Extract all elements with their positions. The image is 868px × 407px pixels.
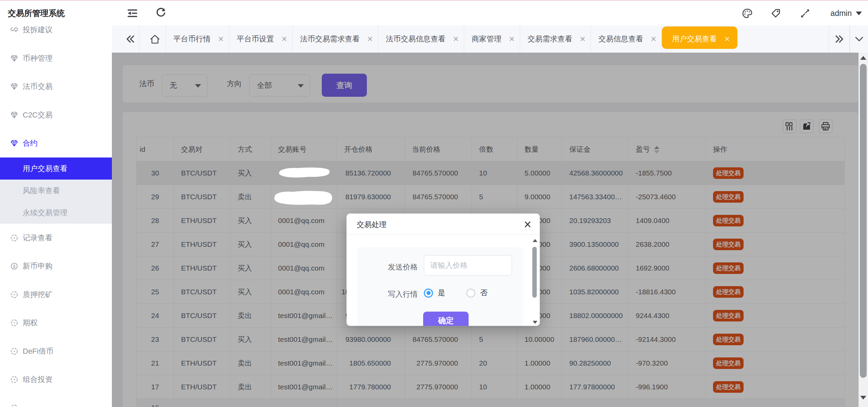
tab-label: 交易需求查看 — [528, 34, 572, 44]
coin-icon — [11, 376, 18, 383]
home-tab-icon[interactable] — [139, 25, 166, 53]
tab-4[interactable]: 法币交易信息查看× — [378, 25, 464, 53]
radio-yes-label: 是 — [438, 288, 445, 298]
sidebar-item[interactable]: 记录查看 — [0, 224, 112, 252]
sidebar-item-label: 质押挖矿 — [23, 290, 53, 300]
radio-yes[interactable] — [424, 289, 433, 298]
tab-close-icon[interactable]: × — [724, 36, 730, 42]
tabs-scroll-right-button[interactable] — [829, 25, 850, 53]
tab-label: 商家管理 — [472, 34, 501, 44]
tab-3[interactable]: 法币交易需求查看× — [293, 25, 378, 53]
tabs-scroll-left-button[interactable] — [112, 25, 139, 53]
sidebar-item[interactable]: C2C交易 — [0, 101, 112, 129]
tag-icon[interactable] — [769, 1, 783, 25]
sidebar-subitem[interactable]: 永续交易管理 — [0, 202, 112, 224]
contract-submenu: 用户交易查看风险率查看永续交易管理 — [0, 158, 112, 224]
tab-close-icon[interactable]: × — [453, 36, 459, 42]
tab-8-active[interactable]: 用户交易查看× — [662, 25, 737, 53]
tab-close-icon[interactable]: × — [580, 36, 586, 42]
coin-icon — [11, 348, 18, 355]
dollar-coin-icon — [11, 262, 18, 270]
sidebar-subitem-label: 用户交易查看 — [23, 164, 67, 174]
sidebar-subitem-selected[interactable]: 用户交易查看 — [0, 158, 112, 180]
sidebar-item[interactable]: 期权 — [0, 309, 112, 337]
tab-label: 用户交易查看 — [672, 34, 717, 44]
app-title: 交易所管理系统 — [8, 1, 65, 25]
coin-icon — [11, 404, 18, 407]
scroll-up-arrow-icon[interactable] — [860, 56, 866, 60]
app-header: 交易所管理系统 admin — [0, 1, 868, 25]
progress-bar — [0, 0, 868, 1]
gem-icon — [11, 140, 18, 147]
user-name: admin — [830, 9, 852, 18]
radio-no[interactable] — [466, 289, 475, 298]
sidebar-item[interactable]: 投拆建议 — [0, 25, 112, 44]
gem-icon — [11, 83, 18, 90]
tabs-more-button[interactable] — [850, 25, 868, 53]
write-quote-label: 写入行情 — [347, 289, 418, 299]
sidebar-item[interactable] — [0, 394, 112, 407]
dialog-title: 交易处理 — [357, 220, 387, 230]
tab-close-icon[interactable]: × — [218, 36, 224, 42]
sidebar-item[interactable]: 法币交易 — [0, 73, 112, 101]
sidebar-item[interactable]: 组合投资 — [0, 366, 112, 394]
tab-label: 平台币行情 — [173, 34, 211, 44]
redaction-scribble — [275, 166, 332, 180]
tab-6[interactable]: 交易需求查看× — [520, 25, 591, 53]
collapse-sidebar-icon[interactable] — [125, 1, 139, 25]
tab-bar: 平台币行情×平台币设置×法币交易需求查看×法币交易信息查看×商家管理×交易需求查… — [112, 25, 868, 53]
gem-icon — [11, 111, 18, 119]
tab-label: 法币交易信息查看 — [386, 34, 446, 44]
sidebar-item[interactable]: 币种管理 — [0, 44, 112, 73]
price-input[interactable] — [424, 255, 512, 276]
sidebar-subitem-label: 风险率查看 — [23, 186, 60, 196]
dialog-scrollbar-thumb[interactable] — [532, 247, 537, 298]
palette-icon[interactable] — [741, 1, 754, 25]
sidebar-item-label: 币种管理 — [23, 53, 53, 63]
sidebar-item-label: 合约 — [23, 138, 38, 148]
sidebar-item-label: 期权 — [23, 318, 38, 328]
tab-label: 交易信息查看 — [598, 34, 643, 44]
sidebar-item-label: 法币交易 — [23, 81, 53, 92]
tab-5[interactable]: 商家管理× — [464, 25, 520, 53]
scroll-down-arrow-icon[interactable] — [860, 396, 866, 400]
sidebar-item[interactable]: 质押挖矿 — [0, 280, 112, 309]
tab-close-icon[interactable]: × — [651, 36, 656, 42]
sidebar-item[interactable]: 新币申购 — [0, 252, 112, 281]
sidebar-subitem[interactable]: 风险率查看 — [0, 180, 112, 202]
tab-2[interactable]: 平台币设置× — [229, 25, 293, 53]
tab-close-icon[interactable]: × — [509, 36, 515, 42]
dialog-divider — [347, 234, 540, 235]
dialog-scrollbar[interactable] — [531, 238, 539, 325]
radio-no-label: 否 — [480, 288, 488, 298]
link-icon — [11, 26, 18, 34]
sidebar: 投拆建议币种管理法币交易C2C交易合约用户交易查看风险率查看永续交易管理记录查看… — [0, 25, 112, 407]
sidebar-item-label: DeFi借币 — [23, 346, 53, 356]
sidebar-subitem-label: 永续交易管理 — [23, 208, 67, 218]
sidebar-item-label: 组合投资 — [23, 374, 53, 385]
gem-icon — [11, 55, 18, 62]
coin-icon — [11, 319, 18, 327]
confirm-button[interactable]: 确定 — [423, 312, 469, 326]
sidebar-item-label: 记录查看 — [23, 233, 53, 243]
tab-close-icon[interactable]: × — [281, 36, 287, 42]
sidebar-item[interactable]: 合约 — [0, 129, 112, 158]
scroll-up-arrow-icon[interactable] — [533, 239, 537, 242]
refresh-icon[interactable] — [154, 1, 167, 25]
scroll-down-arrow-icon[interactable] — [533, 321, 537, 324]
tab-label: 法币交易需求查看 — [300, 34, 360, 44]
coin-icon — [11, 234, 18, 242]
page-scrollbar-thumb[interactable] — [860, 64, 867, 378]
fullscreen-icon[interactable] — [798, 1, 812, 25]
sidebar-item[interactable]: DeFi借币 — [0, 337, 112, 366]
coin-icon — [11, 291, 18, 298]
tab-1[interactable]: 平台币行情× — [166, 25, 229, 53]
price-label: 发送价格 — [347, 262, 418, 272]
tab-close-icon[interactable]: × — [367, 36, 373, 42]
page-scrollbar[interactable] — [859, 53, 868, 407]
user-menu[interactable]: admin — [830, 1, 862, 25]
sidebar-item-label: 新币申购 — [23, 261, 53, 271]
sidebar-item-label: C2C交易 — [23, 110, 53, 120]
tab-7[interactable]: 交易信息查看× — [591, 25, 662, 53]
close-icon[interactable]: × — [520, 217, 535, 232]
